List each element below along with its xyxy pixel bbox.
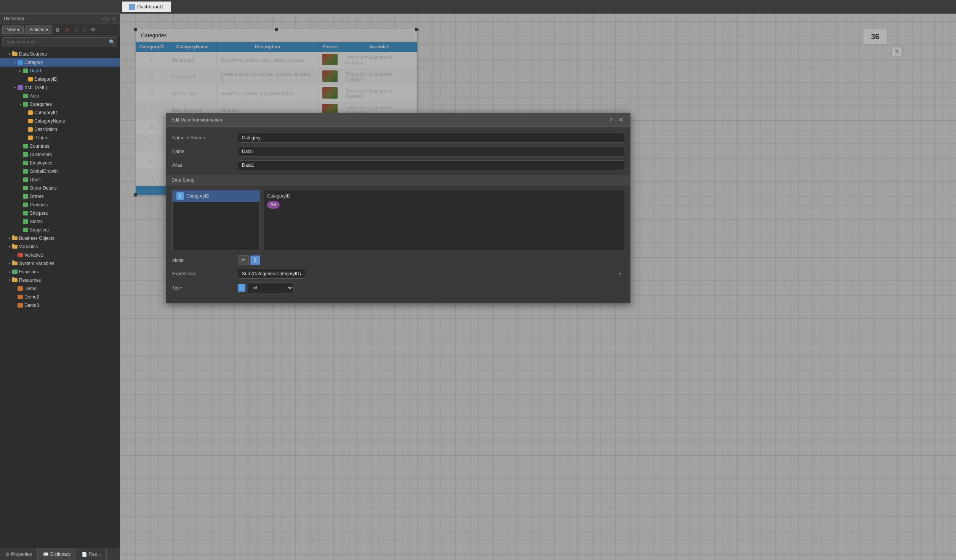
dialog-help-button[interactable]: ? [606,117,615,123]
input-alias[interactable] [238,160,624,170]
type-select-wrap: i int string float date bool [238,282,293,293]
tree-item-order-details[interactable]: Order Details [0,184,120,192]
tree-item-system-variables[interactable]: System Variables [0,259,120,268]
transform-mode-button[interactable]: ⇄ [238,255,249,265]
table-icon-suppliers [23,228,28,232]
search-box: 🔍 [0,36,120,48]
tree-item-products[interactable]: Products [0,201,120,209]
folder-icon-resources [12,278,18,282]
bottom-tab-report[interactable]: 📄 Rep... [76,548,107,560]
new-button[interactable]: New [2,26,24,34]
expander-data1[interactable] [18,68,23,73]
table-icon-globalgrowth [23,169,28,174]
settings-button[interactable]: ⚙ [89,26,98,34]
input-name[interactable] [238,147,624,156]
label-states: States [30,219,43,224]
expander-xml[interactable] [12,85,18,90]
search-input[interactable] [2,37,117,46]
move-up-button[interactable]: ↑ [73,26,79,34]
expander-resources[interactable] [7,278,12,283]
tree-item-categories[interactable]: Categories [0,100,120,108]
tree-item-shippers[interactable]: Shippers [0,209,120,217]
label-system-variables: System Variables [19,261,54,266]
tree-item-demo[interactable]: Demo [0,284,120,293]
tree-item-customers[interactable]: Customers [0,150,120,159]
tree-item-employees[interactable]: Employees [0,159,120,167]
tree-item-functions[interactable]: Functions [0,268,120,276]
tree-item-cat-categoryname[interactable]: CategoryName [0,117,120,125]
label-demo: Demo [24,286,37,291]
form-row-alias: Alias [172,160,624,170]
sigma-mode-button[interactable]: Σ [250,255,260,265]
actions-button[interactable]: Actions [25,26,52,34]
tree-item-xml[interactable]: XML [XML] [0,83,120,92]
edit-data-transformation-dialog: Edit Data Transformation ? ✕ Name in Sou… [166,113,631,303]
report-tab-label: Rep... [89,552,101,557]
expander-category[interactable] [12,60,18,65]
expander-variables[interactable] [7,244,12,249]
folder-icon-business-objects [12,236,18,240]
input-name-in-source[interactable] [238,133,624,143]
expander-system-variables[interactable] [7,261,12,266]
label-functions: Functions [19,269,39,274]
folder-icon-system-variables [12,262,18,265]
properties-tab-icon: ⚙ [5,552,10,557]
tree-item-data-sources[interactable]: Data Sources [0,50,120,58]
bottom-tab-dictionary[interactable]: 📖 Dictionary [38,548,76,560]
tree-item-orders[interactable]: Orders [0,192,120,201]
tree-item-variables[interactable]: Variables [0,243,120,251]
table-icon-order-details [23,186,28,190]
dialog-close-button[interactable]: ✕ [617,116,625,123]
table-icon-shippers [23,211,28,215]
tree-item-categoryid-data1[interactable]: CategoryID [0,75,120,83]
expander-data-sources[interactable] [7,51,12,57]
tree-item-resources[interactable]: Resources [0,276,120,284]
transform-mode-icon: ⇄ [241,257,245,263]
field-icon-categoryid [28,77,33,81]
sidebar-title-bar: Dictionary ◁ ▷ ✕ [0,14,120,24]
sidebar: Dictionary ◁ ▷ ✕ New Actions ⧉ ✕ [0,14,120,560]
actions-dropdown-icon [46,27,48,32]
field-item-categoryid[interactable]: Σ CategoryID [173,190,259,202]
tree-item-states[interactable]: States [0,217,120,226]
tree-item-cat-description[interactable]: Description [0,125,120,134]
label-categoryid-data1: CategoryID [34,77,58,82]
expander-business-objects[interactable] [7,236,12,241]
sidebar-unpin-icon[interactable]: ▷ [107,16,110,21]
app-container: Dashboard1 Dictionary ◁ ▷ ✕ New [0,0,956,560]
tree-item-variable1[interactable]: Variable1 [0,251,120,259]
external-link-button[interactable]: ⧉ [54,26,61,34]
move-down-button[interactable]: ↓ [81,26,87,34]
expander-categories[interactable] [18,102,23,107]
label-name: Name [172,149,233,154]
tree-item-globalgrowth[interactable]: GlobalGrowth [0,167,120,175]
tree-item-countries[interactable]: Countries [0,142,120,150]
sidebar-pin-icon[interactable]: ◁ [102,16,106,21]
sidebar-close-icon[interactable]: ✕ [112,16,116,21]
tree-item-category[interactable]: Category [0,58,120,67]
tree-item-cat-categoryid[interactable]: CategoryID [0,108,120,117]
sidebar-title-label: Dictionary [4,16,24,21]
table-icon-opec [23,177,28,182]
tab-dashboard1[interactable]: Dashboard1 [122,2,171,12]
bottom-tab-properties[interactable]: ⚙ Properties [0,548,38,560]
label-suppliers: Suppliers [30,227,49,233]
tree-item-demo3[interactable]: Demo3 [0,301,120,310]
tree-item-suppliers[interactable]: Suppliers [0,226,120,234]
expression-select[interactable]: Sum(Categories.CategoryID) [238,269,305,279]
tree-item-opec[interactable]: Opec [0,175,120,184]
expr-field-label: CategoryID [267,193,621,199]
expander-functions[interactable] [7,269,12,274]
label-data-sources: Data Sources [19,51,47,57]
delete-button[interactable]: ✕ [63,26,71,34]
tree-item-auto[interactable]: Auto [0,92,120,100]
tree-item-cat-picture[interactable]: Picture [0,134,120,142]
sidebar-toolbar: New Actions ⧉ ✕ ↑ ↓ ⚙ [0,24,120,36]
label-variable1: Variable1 [24,252,43,258]
type-select[interactable]: int string float date bool [248,282,293,293]
field-icon-cat-description [28,127,33,132]
tree-item-data1[interactable]: Data1 [0,67,120,75]
tree-item-business-objects[interactable]: Business Objects [0,234,120,243]
bottom-tabs: ⚙ Properties 📖 Dictionary 📄 Rep... [0,548,120,560]
tree-item-demo2[interactable]: Demo2 [0,293,120,301]
